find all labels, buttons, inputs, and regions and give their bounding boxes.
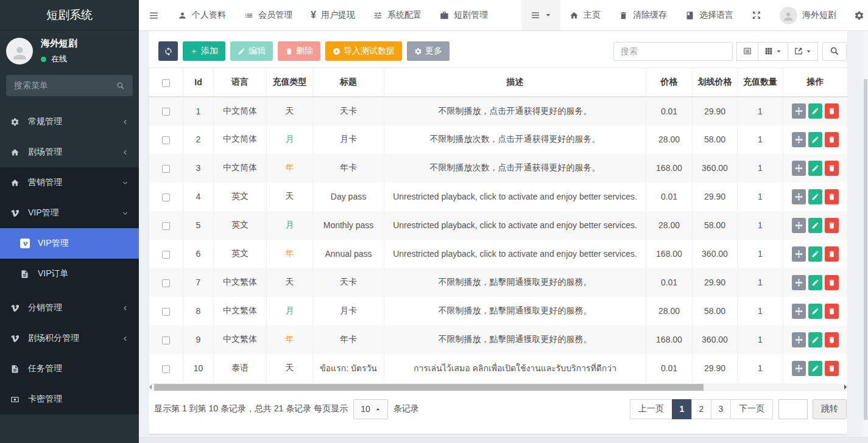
row-checkbox[interactable] bbox=[162, 365, 170, 373]
vertical-scrollbar[interactable] bbox=[863, 31, 868, 443]
scroll-right-arrow[interactable] bbox=[844, 385, 847, 389]
edit-row-button[interactable] bbox=[808, 161, 822, 176]
page-size-dropdown[interactable]: 10 bbox=[353, 399, 388, 419]
edit-row-button[interactable] bbox=[808, 189, 822, 204]
edit-row-button[interactable] bbox=[808, 218, 822, 233]
move-row-button[interactable] bbox=[792, 246, 806, 262]
delete-row-button[interactable] bbox=[825, 103, 839, 119]
sidebar-item-distribution[interactable]: 分销管理 bbox=[0, 293, 139, 323]
sidebar-item-card-keys[interactable]: 卡密管理 bbox=[0, 384, 139, 414]
jump-page-input[interactable] bbox=[778, 399, 808, 419]
nav-system-config[interactable]: 系统配置 bbox=[364, 0, 431, 30]
prev-page-button[interactable]: 上一页 bbox=[630, 399, 672, 419]
row-checkbox[interactable] bbox=[162, 165, 170, 173]
page-3-button[interactable]: 3 bbox=[711, 399, 731, 419]
nav-members[interactable]: 会员管理 bbox=[235, 0, 302, 30]
row-checkbox[interactable] bbox=[162, 337, 170, 344]
sidebar-item-vip-orders[interactable]: VIP订单 bbox=[0, 259, 139, 289]
nav-select-language[interactable]: 选择语言 bbox=[676, 0, 743, 30]
horizontal-scrollbar-thumb[interactable] bbox=[154, 384, 704, 391]
jump-button[interactable]: 跳转 bbox=[813, 399, 847, 419]
row-checkbox[interactable] bbox=[162, 194, 170, 201]
nav-profile[interactable]: 个人资料 bbox=[169, 0, 235, 30]
settings-button[interactable] bbox=[845, 0, 868, 30]
delete-row-button[interactable] bbox=[825, 361, 839, 376]
edit-row-button[interactable] bbox=[808, 275, 822, 290]
delete-row-button[interactable] bbox=[825, 161, 839, 176]
edit-button[interactable]: 编辑 bbox=[230, 41, 273, 61]
edit-row-button[interactable] bbox=[808, 304, 822, 319]
move-row-button[interactable] bbox=[792, 218, 806, 233]
sidebar-item-marketing[interactable]: 营销管理 bbox=[0, 167, 139, 198]
row-checkbox[interactable] bbox=[162, 308, 170, 316]
delete-row-button[interactable] bbox=[825, 304, 839, 319]
edit-row-button[interactable] bbox=[808, 332, 822, 347]
row-checkbox[interactable] bbox=[162, 222, 170, 230]
nav-drama-manage[interactable]: 短剧管理 bbox=[431, 0, 497, 30]
sidebar-item-theater[interactable]: 剧场管理 bbox=[0, 137, 139, 167]
delete-row-button[interactable] bbox=[825, 332, 839, 347]
sidebar-toggle-button[interactable] bbox=[139, 0, 169, 30]
move-row-button[interactable] bbox=[792, 132, 806, 147]
edit-row-button[interactable] bbox=[808, 361, 822, 376]
delete-row-button[interactable] bbox=[825, 246, 839, 262]
export-button[interactable] bbox=[788, 42, 818, 61]
horizontal-scrollbar[interactable] bbox=[149, 383, 847, 391]
nav-withdraw[interactable]: ¥用户提现 bbox=[302, 0, 364, 30]
search-button[interactable] bbox=[822, 42, 847, 61]
move-row-button[interactable] bbox=[792, 189, 806, 204]
edit-row-button[interactable] bbox=[808, 103, 822, 119]
vimeo-icon bbox=[10, 304, 19, 313]
row-checkbox[interactable] bbox=[162, 108, 170, 116]
page-2-button[interactable]: 2 bbox=[691, 399, 711, 419]
sidebar-item-theater-points[interactable]: 剧场积分管理 bbox=[0, 323, 139, 354]
refresh-button[interactable] bbox=[158, 41, 178, 61]
sidebar-item-vip-manage[interactable]: VIP管理 bbox=[0, 228, 139, 259]
import-test-data-button[interactable]: 导入测试数据 bbox=[325, 41, 402, 61]
chevron-left-icon bbox=[121, 335, 129, 343]
move-row-button[interactable] bbox=[792, 304, 806, 319]
delete-button[interactable]: 删除 bbox=[278, 41, 320, 61]
nav-user[interactable]: 海外短剧 bbox=[771, 0, 845, 30]
columns-button[interactable] bbox=[758, 42, 788, 61]
row-checkbox[interactable] bbox=[162, 279, 170, 287]
edit-row-button[interactable] bbox=[808, 246, 822, 262]
row-checkbox[interactable] bbox=[162, 136, 170, 144]
more-button[interactable]: 更多 bbox=[407, 41, 450, 61]
pagination-info: 显示第 1 到第 10 条记录，总共 21 条记录 每页显示 bbox=[154, 403, 348, 414]
nav-menu-dropdown[interactable] bbox=[521, 0, 560, 30]
nav-clear-cache[interactable]: 清除缓存 bbox=[610, 0, 676, 30]
move-row-button[interactable] bbox=[792, 361, 806, 376]
nav-home[interactable]: 主页 bbox=[560, 0, 610, 30]
scroll-left-arrow[interactable] bbox=[149, 385, 152, 389]
toggle-view-button[interactable] bbox=[736, 42, 758, 61]
move-row-button[interactable] bbox=[792, 275, 806, 290]
delete-row-button[interactable] bbox=[825, 189, 839, 204]
add-button[interactable]: 添加 bbox=[183, 41, 225, 61]
fullscreen-button[interactable] bbox=[743, 0, 771, 30]
page-1-button[interactable]: 1 bbox=[672, 399, 692, 419]
user-status: 在线 bbox=[41, 54, 77, 65]
sidebar-item-vip[interactable]: VIP管理 bbox=[0, 198, 139, 228]
sidebar-item-general[interactable]: 常规管理 bbox=[0, 106, 139, 137]
next-page-button[interactable]: 下一页 bbox=[730, 399, 773, 419]
move-row-button[interactable] bbox=[792, 332, 806, 347]
edit-row-button[interactable] bbox=[808, 132, 822, 147]
delete-row-button[interactable] bbox=[825, 132, 839, 147]
vertical-scrollbar-thumb[interactable] bbox=[864, 79, 867, 420]
move-row-button[interactable] bbox=[792, 103, 806, 119]
sidebar-item-tasks[interactable]: 任务管理 bbox=[0, 354, 139, 384]
cell-price: 28.00 bbox=[646, 297, 693, 326]
delete-row-button[interactable] bbox=[825, 218, 839, 233]
table-search-input[interactable] bbox=[613, 42, 733, 61]
delete-row-button[interactable] bbox=[825, 275, 839, 290]
cell-language: 中文简体 bbox=[214, 97, 267, 125]
cell-description: Unrestricted playback, click to activate… bbox=[384, 183, 646, 211]
move-row-button[interactable] bbox=[792, 161, 806, 176]
sidebar-search-input[interactable]: 搜索菜单 bbox=[6, 75, 133, 96]
select-all-checkbox[interactable] bbox=[162, 79, 170, 87]
expand-icon bbox=[752, 10, 761, 20]
row-checkbox[interactable] bbox=[162, 251, 170, 259]
cell-title: Day pass bbox=[313, 183, 384, 211]
table-row: 10 泰语 天 ข้อแรก: บัตรวัน การเล่นไว้เสมอ ค… bbox=[149, 354, 848, 383]
